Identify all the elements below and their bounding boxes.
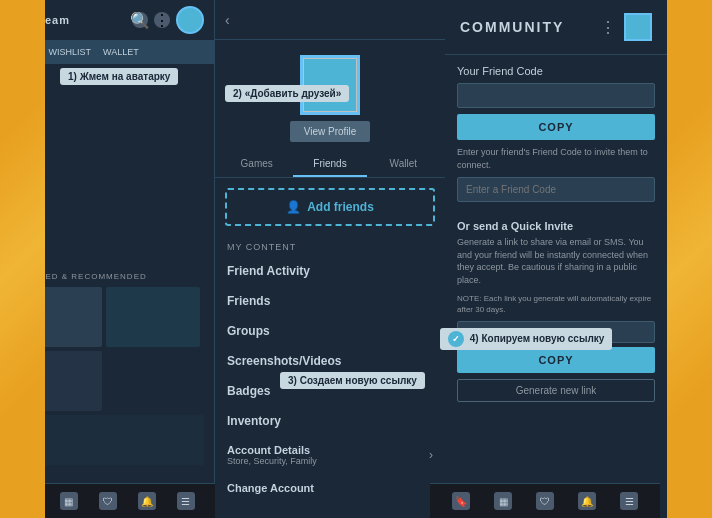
community-title: COMMUNITY bbox=[460, 19, 592, 35]
steam-nav-icons: 🔍 ⋮ bbox=[132, 6, 204, 34]
back-arrow-icon[interactable]: ‹ bbox=[225, 12, 230, 28]
community-header: COMMUNITY ⋮ bbox=[445, 0, 667, 55]
friend-code-input[interactable] bbox=[457, 83, 655, 108]
menu-icon-mid[interactable]: ☰ bbox=[620, 492, 638, 510]
copy-button-1[interactable]: COPY bbox=[457, 114, 655, 140]
account-details-label: Account Details bbox=[227, 444, 317, 456]
checkmark-icon: ✓ bbox=[448, 331, 464, 347]
tab-friends[interactable]: Friends bbox=[293, 152, 366, 177]
change-account-item[interactable]: Change Account bbox=[215, 474, 445, 502]
friends-item[interactable]: Friends bbox=[215, 286, 445, 316]
user-avatar[interactable] bbox=[176, 6, 204, 34]
menu-item-wallet[interactable]: WALLET bbox=[99, 45, 143, 59]
gift-ribbon-right bbox=[667, 0, 712, 518]
friend-code-label: Your Friend Code bbox=[457, 65, 655, 77]
generate-link-button[interactable]: Generate new link bbox=[457, 379, 655, 402]
copy-button-2[interactable]: COPY bbox=[457, 347, 655, 373]
tab-wallet[interactable]: Wallet bbox=[367, 152, 440, 177]
account-details-item[interactable]: Account Details Store, Security, Family … bbox=[215, 436, 445, 474]
my-content-label: MY CONTENT bbox=[215, 236, 445, 256]
quick-invite-text: Generate a link to share via email or SM… bbox=[457, 236, 655, 286]
account-arrow-icon: › bbox=[429, 448, 433, 462]
featured-card-2[interactable] bbox=[106, 287, 200, 347]
tooltip-3: 3) Создаем новую ссылку bbox=[280, 372, 425, 389]
bell-icon-mid[interactable]: 🔔 bbox=[578, 492, 596, 510]
menu-item-wishlist[interactable]: WISHLIST bbox=[45, 45, 96, 59]
middle-panel: ‹ View Profile 2) «Добавить друзей» Game… bbox=[215, 0, 445, 518]
shield-icon-mid[interactable]: 🛡 bbox=[536, 492, 554, 510]
tooltip-4: ✓ 4) Копируем новую ссылку bbox=[440, 328, 612, 350]
enter-code-input[interactable] bbox=[457, 177, 655, 202]
bell-icon-left[interactable]: 🔔 bbox=[138, 492, 156, 510]
more-icon[interactable]: ⋮ bbox=[154, 12, 170, 28]
tooltip-1: 1) Жмем на аватарку bbox=[60, 68, 178, 85]
account-details-sub: Store, Security, Family bbox=[227, 456, 317, 466]
quick-invite-label: Or send a Quick Invite bbox=[457, 220, 655, 232]
quick-invite-section: Or send a Quick Invite Generate a link t… bbox=[445, 220, 667, 402]
add-friends-button[interactable]: 👤 Add friends bbox=[225, 188, 435, 226]
community-more-icon[interactable]: ⋮ bbox=[600, 18, 616, 37]
add-icon: 👤 bbox=[286, 200, 301, 214]
grid-icon-mid[interactable]: ▦ bbox=[494, 492, 512, 510]
friend-code-section: Your Friend Code COPY Enter your friend'… bbox=[445, 55, 667, 212]
community-avatar bbox=[624, 13, 652, 41]
view-profile-button[interactable]: View Profile bbox=[290, 121, 371, 142]
middle-bottom-bar: 🔖 ▦ 🛡 🔔 ☰ bbox=[430, 483, 660, 518]
tab-games[interactable]: Games bbox=[220, 152, 293, 177]
gift-ribbon-left bbox=[0, 0, 45, 518]
note-text: NOTE: Each link you generate will automa… bbox=[457, 293, 655, 315]
inventory-item[interactable]: Inventory bbox=[215, 406, 445, 436]
bookmark-icon-mid[interactable]: 🔖 bbox=[452, 492, 470, 510]
profile-tabs: Games Friends Wallet bbox=[215, 152, 445, 178]
friend-activity-item[interactable]: Friend Activity bbox=[215, 256, 445, 286]
search-icon[interactable]: 🔍 bbox=[132, 12, 148, 28]
add-friends-label: Add friends bbox=[307, 200, 374, 214]
groups-item[interactable]: Groups bbox=[215, 316, 445, 346]
grid-icon-left[interactable]: ▦ bbox=[60, 492, 78, 510]
tooltip-2: 2) «Добавить друзей» bbox=[225, 85, 349, 102]
helper-text-1: Enter your friend's Friend Code to invit… bbox=[457, 146, 655, 171]
shield-icon-left[interactable]: 🛡 bbox=[99, 492, 117, 510]
right-panel: COMMUNITY ⋮ Your Friend Code COPY Enter … bbox=[445, 0, 667, 518]
middle-header: ‹ bbox=[215, 0, 445, 40]
menu-icon-left[interactable]: ☰ bbox=[177, 492, 195, 510]
